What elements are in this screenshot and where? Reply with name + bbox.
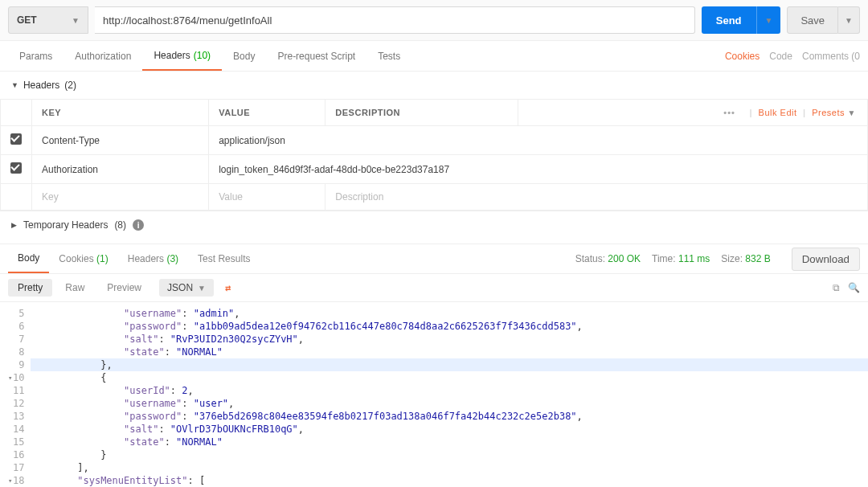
triangle-down-icon: ▼: [11, 81, 18, 89]
temp-headers-toggle[interactable]: ▶ Temporary Headers (8) i: [0, 211, 868, 239]
wrap-lines-icon[interactable]: ⇄: [225, 282, 231, 293]
tab-authorization[interactable]: Authorization: [63, 41, 142, 71]
status-label: Status: 200 OK: [575, 253, 641, 264]
headers-section-toggle[interactable]: ▼ Headers (2): [0, 72, 868, 99]
tab-prerequest[interactable]: Pre-request Script: [266, 41, 366, 71]
tab-params[interactable]: Params: [8, 41, 63, 71]
resp-tab-body[interactable]: Body: [8, 244, 49, 273]
resp-tab-testresults[interactable]: Test Results: [188, 244, 260, 273]
headers-table: KEY VALUE DESCRIPTION ••• | Bulk Edit | …: [0, 99, 868, 211]
header-desc-input[interactable]: Description: [326, 184, 868, 211]
header-key-cell[interactable]: Authorization: [32, 155, 209, 184]
response-body[interactable]: 567891011121314151617181920212223 "usern…: [0, 302, 868, 487]
save-dropdown[interactable]: ▼: [838, 6, 860, 34]
table-row[interactable]: Authorization login_token_846d9f3f-adaf-…: [1, 155, 868, 184]
chevron-down-icon: ▼: [198, 284, 206, 293]
resp-tab-cookies[interactable]: Cookies (1): [49, 244, 117, 273]
presets-link[interactable]: Presets ▼: [812, 108, 856, 117]
header-row-checkbox[interactable]: [10, 162, 22, 174]
bulk-edit-link[interactable]: Bulk Edit: [759, 108, 797, 117]
chevron-down-icon: ▼: [72, 16, 80, 25]
copy-icon[interactable]: ⧉: [833, 282, 840, 293]
chevron-down-icon: ▼: [765, 16, 773, 25]
format-select[interactable]: JSON ▼: [159, 279, 214, 297]
header-value-cell[interactable]: application/json: [209, 126, 868, 155]
code-link[interactable]: Code: [769, 51, 792, 62]
col-description: DESCRIPTION: [326, 100, 518, 126]
tab-tests[interactable]: Tests: [366, 41, 411, 71]
http-method-select[interactable]: GET ▼: [8, 6, 88, 34]
download-button[interactable]: Download: [792, 248, 860, 271]
comments-link[interactable]: Comments (0: [802, 51, 860, 62]
subtab-pretty[interactable]: Pretty: [8, 279, 52, 297]
tab-body[interactable]: Body: [222, 41, 266, 71]
subtab-raw[interactable]: Raw: [55, 279, 94, 297]
info-icon[interactable]: i: [133, 219, 144, 231]
chevron-down-icon: ▼: [845, 16, 853, 25]
send-button[interactable]: Send: [702, 6, 756, 34]
size-label: Size: 832 B: [721, 253, 770, 264]
subtab-preview[interactable]: Preview: [97, 279, 151, 297]
more-icon[interactable]: •••: [723, 108, 735, 117]
chevron-down-icon: ▼: [848, 108, 856, 117]
url-input[interactable]: http://localhost:8764/menu/getInfoAll: [95, 6, 695, 34]
http-method-value: GET: [17, 14, 37, 26]
search-icon[interactable]: 🔍: [848, 282, 860, 293]
header-key-input[interactable]: Key: [32, 184, 209, 211]
col-key: KEY: [32, 100, 209, 126]
table-row-new[interactable]: Key Value Description: [1, 184, 868, 211]
header-value-cell[interactable]: login_token_846d9f3f-adaf-48dd-b0ce-be22…: [209, 155, 868, 184]
send-dropdown[interactable]: ▼: [756, 6, 781, 34]
triangle-right-icon: ▶: [11, 221, 17, 229]
col-value: VALUE: [209, 100, 326, 126]
header-key-cell[interactable]: Content-Type: [32, 126, 209, 155]
header-value-input[interactable]: Value: [209, 184, 326, 211]
header-row-checkbox[interactable]: [10, 133, 22, 145]
cookies-link[interactable]: Cookies: [725, 51, 760, 62]
save-button[interactable]: Save: [787, 6, 838, 34]
time-label: Time: 111 ms: [652, 253, 710, 264]
table-row[interactable]: Content-Type application/json: [1, 126, 868, 155]
tab-headers[interactable]: Headers (10): [142, 41, 222, 71]
resp-tab-headers[interactable]: Headers (3): [118, 244, 188, 273]
